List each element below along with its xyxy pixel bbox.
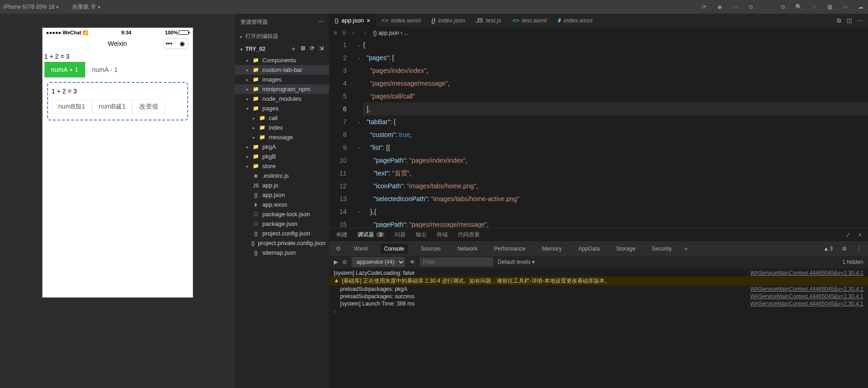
explorer-panel: 资源管理器 ⋯ 打开的编辑器 TRY_02 ＋ ⊞ ⟳ ⇲ ▸📁Componen… <box>235 14 329 388</box>
folder-pkgB[interactable]: ▸📁pkgB <box>235 152 329 161</box>
folder-index[interactable]: ▸📁index <box>235 123 329 132</box>
branch-icon[interactable]: ⑂ <box>810 3 818 11</box>
debug-icon[interactable]: ▭ <box>841 3 849 11</box>
numB-minus-button[interactable]: numB减1 <box>92 99 132 114</box>
code-editor[interactable]: 123456789101112131415 ⌄⌄⌄⌄⌄ { "pages": [… <box>329 38 868 228</box>
warning-count[interactable]: ▲ 3 <box>823 246 833 252</box>
list-icon[interactable]: ≡ <box>334 30 337 36</box>
panel-tab-build[interactable]: 构建 <box>336 231 348 239</box>
numB-plus-button[interactable]: numB加1 <box>52 99 92 114</box>
devtools-tab-console[interactable]: Console <box>380 244 408 254</box>
tab-appjson[interactable]: {}app.json× <box>329 14 376 27</box>
devtools-tab-wxml[interactable]: Wxml <box>350 244 371 254</box>
tab-testwxml[interactable]: <>test.wxml <box>507 14 552 27</box>
layout-icon[interactable]: ◫ <box>846 17 852 24</box>
search-icon[interactable]: 🔍 <box>795 3 802 11</box>
context-selector[interactable]: appservice (#4) <box>352 257 405 267</box>
file-eslintrc[interactable]: ◉.eslintrc.js <box>235 171 329 180</box>
devtools-more-icon[interactable]: » <box>684 246 688 252</box>
editor-area: {}app.json× <>index.wxml {}index.json JS… <box>329 14 868 388</box>
back-icon[interactable]: ← <box>351 30 357 36</box>
file-package-lock[interactable]: ⬡package-lock.json <box>235 209 329 219</box>
phone-statusbar: ●●●●● WeChat 9:34 100% <box>43 28 193 37</box>
folder-images[interactable]: ▸📁images <box>235 75 329 84</box>
equation-2: 1 + 2 = 3 <box>52 87 184 95</box>
console-clear-icon[interactable]: ⊘ <box>342 259 347 265</box>
file-package[interactable]: ⬡package.json <box>235 219 329 229</box>
copy-icon[interactable]: ⧉ <box>747 3 754 11</box>
kebab-icon[interactable]: ⋮ <box>856 246 862 252</box>
panel-tab-problems[interactable]: 问题 <box>394 231 407 239</box>
tab-indexjson[interactable]: {}index.json <box>426 14 471 27</box>
file-appwxss[interactable]: ⧳app.wxss <box>235 200 329 209</box>
inspect-icon[interactable]: ⯐ <box>336 246 341 252</box>
refresh-tree-icon[interactable]: ⟳ <box>310 45 315 53</box>
folder-components[interactable]: ▸📁Components <box>235 55 329 65</box>
collapse-icon[interactable]: ⇲ <box>319 45 324 53</box>
folder-custom-tab-bar[interactable]: ▸📁custom-tab-bar <box>235 65 329 75</box>
panel-maximize-icon[interactable]: ⤢ <box>846 232 850 238</box>
stop-icon[interactable]: ◉ <box>716 3 723 11</box>
devtools-tab-performance[interactable]: Performance <box>490 244 529 254</box>
file-project-config[interactable]: {}project.config.json <box>235 229 329 238</box>
devtools-tab-storage[interactable]: Storage <box>613 244 639 254</box>
panel-close-icon[interactable]: × <box>858 232 862 238</box>
levels-dropdown[interactable]: Default levels ▾ <box>498 259 535 265</box>
hot-reload-toggle[interactable]: 热重载 开 <box>72 3 100 11</box>
project-name[interactable]: TRY_02 <box>240 46 266 52</box>
folder-pkgA[interactable]: ▸📁pkgA <box>235 142 329 152</box>
folder-pages[interactable]: ▾📁pages <box>235 104 329 113</box>
simulator-panel: ●●●●● WeChat 9:34 100% Weixin ••• ◉ 1 + … <box>0 14 235 388</box>
devtools-tab-network[interactable]: Network <box>454 244 481 254</box>
forward-icon[interactable]: → <box>362 30 368 36</box>
numA-minus-button[interactable]: numA - 1 <box>85 62 125 77</box>
file-project-private[interactable]: {}project.private.config.json <box>235 238 329 248</box>
file-appjs[interactable]: JSapp.js <box>235 180 329 190</box>
capsule-menu-icon[interactable]: ••• <box>163 38 176 49</box>
numA-plus-button[interactable]: numA + 1 <box>44 62 86 77</box>
split-icon[interactable]: ⧉ <box>837 17 841 24</box>
cloud-icon[interactable]: ☁ <box>857 3 864 11</box>
editor-tabs: {}app.json× <>index.wxml {}index.json JS… <box>329 14 868 27</box>
devtools-tab-security[interactable]: Security <box>648 244 675 254</box>
folder-miniprogram-npm[interactable]: ▸📁miniprogram_npm <box>235 84 329 94</box>
panel-tab-terminal[interactable]: 终端 <box>436 231 449 239</box>
file-sitemap[interactable]: {}sitemap.json <box>235 248 329 257</box>
more-icon[interactable]: ⋯ <box>857 17 863 24</box>
close-icon[interactable]: × <box>367 17 370 24</box>
file-appjson[interactable]: {}app.json <box>235 190 329 200</box>
tab-testjs[interactable]: JStest.js <box>471 14 507 27</box>
folder-message[interactable]: ▸📁message <box>235 132 329 142</box>
panel-tab-debugger[interactable]: 调试器 3 <box>357 231 385 242</box>
filter-input[interactable] <box>420 257 493 267</box>
devtools-tab-appdata[interactable]: AppData <box>575 244 603 254</box>
new-folder-icon[interactable]: ⊞ <box>301 45 305 53</box>
files-icon[interactable]: ⧉ <box>779 3 787 11</box>
tab-indexwxss[interactable]: ⧳index.wxss <box>552 14 598 27</box>
more-icon[interactable]: ⋯ <box>318 18 324 26</box>
bookmark-icon[interactable]: ⎘ <box>342 30 346 36</box>
device-selector[interactable]: iPhone 6/7/8 85% 16 <box>4 4 59 10</box>
change-value-button[interactable]: 改变值 <box>132 99 165 114</box>
settings-icon[interactable]: ⚙ <box>842 246 847 252</box>
panel-tab-output[interactable]: 输出 <box>415 231 428 239</box>
panel-tab-quality[interactable]: 代码质量 <box>457 231 481 239</box>
devtools-tab-memory[interactable]: Memory <box>538 244 565 254</box>
extensions-icon[interactable]: ▦ <box>826 3 833 11</box>
open-editors-section[interactable]: 打开的编辑器 <box>235 31 329 42</box>
folder-call[interactable]: ▸📁call <box>235 113 329 123</box>
phone-icon[interactable]: ▭ <box>732 3 739 11</box>
folder-node-modules[interactable]: ▸📁node_modules <box>235 94 329 104</box>
console-output[interactable]: [system] LazyCodeLoading: falseWAService… <box>329 268 868 388</box>
time-label: 9:34 <box>121 30 131 35</box>
refresh-icon[interactable]: ⟳ <box>700 3 708 11</box>
folder-store[interactable]: ▸📁store <box>235 161 329 171</box>
eye-icon[interactable]: 👁 <box>410 259 415 265</box>
page-title: Weixin <box>108 40 127 47</box>
capsule-close-icon[interactable]: ◉ <box>176 38 189 49</box>
console-play-icon[interactable]: ▶ <box>334 259 338 265</box>
new-file-icon[interactable]: ＋ <box>291 45 296 53</box>
file-tree: ▸📁Components ▸📁custom-tab-bar ▸📁images ▸… <box>235 55 329 388</box>
tab-indexwxml[interactable]: <>index.wxml <box>376 14 426 27</box>
devtools-tab-sources[interactable]: Sources <box>417 244 445 254</box>
